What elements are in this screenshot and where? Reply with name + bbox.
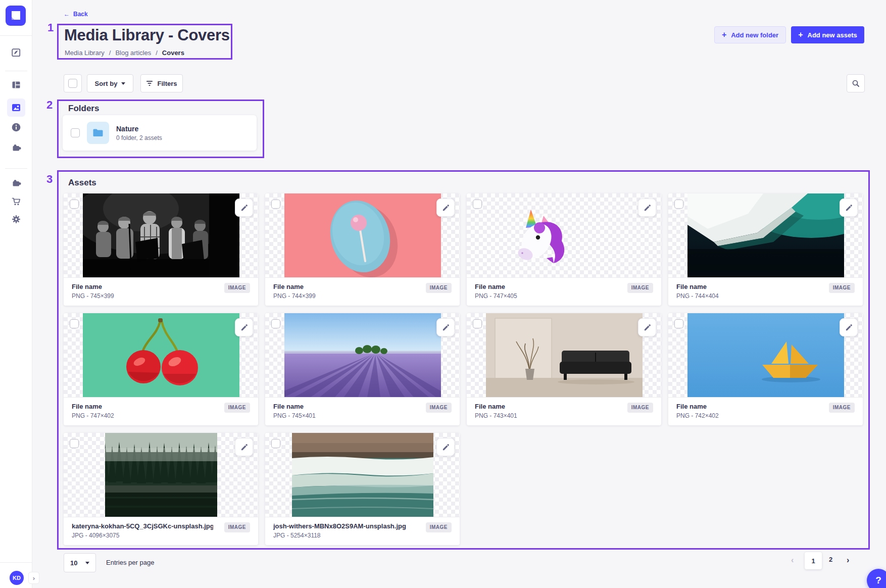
add-new-assets-label: Add new assets (808, 31, 857, 39)
info-icon (11, 122, 21, 132)
breadcrumb-item[interactable]: Media Library (65, 49, 105, 57)
asset-preview[interactable] (265, 313, 460, 397)
page-title: Media Library - Covers (64, 26, 230, 44)
plus-icon: + (722, 31, 726, 39)
asset-preview[interactable] (265, 433, 460, 517)
breadcrumb-item[interactable]: Blog articles (115, 49, 151, 57)
sort-by-button[interactable]: Sort by (87, 74, 133, 92)
filters-label: Filters (157, 80, 177, 87)
asset-checkbox[interactable] (70, 200, 79, 209)
folders-heading: Folders (68, 104, 99, 114)
media-library-icon (11, 103, 21, 113)
filters-button[interactable]: Filters (140, 74, 183, 92)
asset-meta: PNG - 747×402 (72, 412, 114, 419)
asset-preview[interactable] (265, 193, 460, 277)
asset-footer: File name PNG - 743×401 IMAGE (467, 397, 661, 425)
sidebar-item-purchase[interactable] (7, 192, 25, 211)
asset-type-badge: IMAGE (627, 403, 653, 413)
asset-footer: File name PNG - 744×404 IMAGE (668, 277, 863, 306)
asset-name: File name (72, 403, 114, 410)
pencil-icon (442, 324, 450, 331)
breadcrumb: Media Library / Blog articles / Covers (65, 49, 184, 57)
chevron-down-icon (85, 562, 89, 564)
asset-edit-button[interactable] (436, 318, 455, 336)
pagination-prev-button[interactable]: ‹ (791, 556, 794, 565)
asset-preview[interactable] (467, 313, 661, 397)
gear-icon (11, 214, 21, 224)
asset-preview[interactable] (467, 193, 661, 277)
asset-preview[interactable] (64, 313, 258, 397)
asset-preview[interactable] (668, 193, 863, 277)
sidebar-item-documentation[interactable] (7, 118, 25, 136)
folder-name: Nature (116, 125, 162, 133)
asset-edit-button[interactable] (235, 438, 253, 456)
sidebar-divider (5, 168, 27, 169)
back-label: Back (73, 11, 88, 18)
puzzle-icon (11, 142, 21, 153)
asset-edit-button[interactable] (840, 318, 858, 336)
asset-type-badge: IMAGE (829, 283, 855, 293)
asset-meta: JPG - 5254×3118 (273, 532, 406, 539)
asset-footer: File name PNG - 742×402 IMAGE (668, 397, 863, 425)
asset-edit-button[interactable] (840, 199, 858, 217)
asset-type-badge: IMAGE (426, 403, 452, 413)
entries-per-page-label: Entries per page (106, 559, 154, 566)
asset-card: File name PNG - 744×404 IMAGE (668, 193, 863, 306)
sort-by-label: Sort by (95, 80, 118, 87)
asset-footer: File name PNG - 747×405 IMAGE (467, 277, 661, 306)
folder-icon (92, 127, 104, 139)
pagination-page-2[interactable]: 2 (829, 556, 832, 563)
sidebar: KD (0, 0, 32, 588)
asset-checkbox[interactable] (271, 439, 280, 448)
page-number: 1 (811, 557, 815, 565)
asset-checkbox[interactable] (271, 319, 280, 328)
asset-edit-button[interactable] (436, 438, 455, 456)
pagination-next-button[interactable]: › (847, 556, 849, 565)
asset-checkbox[interactable] (70, 439, 79, 448)
asset-checkbox[interactable] (70, 319, 79, 328)
asset-edit-button[interactable] (235, 318, 253, 336)
select-all-checkbox[interactable] (64, 74, 82, 92)
sidebar-item-settings[interactable] (7, 210, 25, 228)
asset-checkbox[interactable] (473, 200, 482, 209)
add-new-folder-button[interactable]: + Add new folder (714, 26, 786, 43)
asset-name: File name (72, 283, 114, 290)
chevron-down-icon (121, 82, 125, 85)
asset-edit-button[interactable] (436, 199, 455, 217)
asset-edit-button[interactable] (638, 199, 656, 217)
asset-footer: kateryna-kokhan-5CQ_3CjSGKc-unsplash.jpg… (64, 517, 258, 545)
back-link[interactable]: ← Back (64, 11, 88, 18)
entries-per-page-select[interactable]: 10 (64, 553, 96, 572)
sidebar-item-content-manager[interactable] (7, 43, 25, 62)
asset-edit-button[interactable] (235, 199, 253, 217)
folder-checkbox[interactable] (71, 128, 80, 137)
strapi-logo[interactable] (6, 6, 26, 26)
asset-footer: File name PNG - 744×399 IMAGE (265, 277, 460, 306)
asset-checkbox[interactable] (473, 319, 482, 328)
asset-meta: PNG - 745×401 (273, 412, 316, 419)
asset-checkbox[interactable] (674, 200, 683, 209)
pagination-page-1[interactable]: 1 (805, 552, 822, 569)
asset-edit-button[interactable] (638, 318, 656, 336)
sidebar-item-media-library[interactable] (7, 99, 25, 117)
asset-preview[interactable] (668, 313, 863, 397)
asset-meta: PNG - 745×399 (72, 292, 114, 300)
asset-preview[interactable] (64, 433, 258, 517)
folder-card[interactable]: Nature 0 folder, 2 assets (63, 115, 257, 151)
sidebar-item-content-type-builder[interactable] (7, 76, 25, 94)
avatar[interactable]: KD (10, 571, 24, 585)
sidebar-collapse-button[interactable]: › (28, 572, 39, 584)
sidebar-item-plugins[interactable] (7, 138, 25, 157)
pencil-icon (845, 204, 853, 212)
asset-preview[interactable] (64, 193, 258, 277)
asset-card: kateryna-kokhan-5CQ_3CjSGKc-unsplash.jpg… (64, 433, 258, 545)
asset-checkbox[interactable] (674, 319, 683, 328)
search-button[interactable] (847, 74, 865, 92)
breadcrumb-item-current: Covers (162, 49, 184, 57)
sidebar-divider (5, 71, 27, 71)
asset-card: File name PNG - 745×401 IMAGE (265, 313, 460, 425)
asset-checkbox[interactable] (271, 200, 280, 209)
help-button[interactable]: ? (867, 569, 886, 588)
sidebar-item-marketplace[interactable] (7, 174, 25, 192)
add-new-assets-button[interactable]: + Add new assets (791, 26, 864, 43)
